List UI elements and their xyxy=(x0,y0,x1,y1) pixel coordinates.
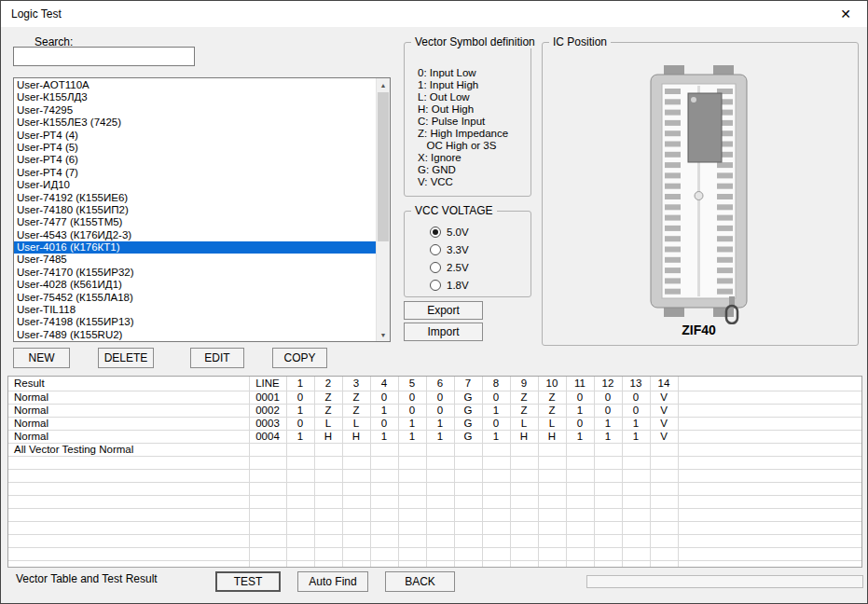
titlebar: Logic Test ✕ xyxy=(1,1,867,27)
column-header[interactable]: 5 xyxy=(398,377,426,391)
column-header[interactable]: 7 xyxy=(454,377,482,391)
table-row xyxy=(8,483,861,496)
ic-chip-graphic xyxy=(688,93,722,162)
logic-test-window: Logic Test ✕ Search: User-AOT110AUser-К1… xyxy=(0,0,868,604)
list-item[interactable]: User-ИД10 xyxy=(14,179,377,191)
export-button[interactable]: Export xyxy=(404,301,483,320)
column-header[interactable]: 2 xyxy=(314,377,342,391)
list-item[interactable]: User-75452 (К155ЛА18) xyxy=(14,292,377,304)
line-cell: 0003 xyxy=(249,418,286,431)
vcc-option-label: 2.5V xyxy=(447,262,469,273)
list-item[interactable]: User-РТ4 (6) xyxy=(14,154,377,166)
scroll-up-icon[interactable]: ▲ xyxy=(377,78,390,91)
list-item[interactable]: User-РТ4 (7) xyxy=(14,167,377,179)
copy-button[interactable]: COPY xyxy=(272,348,327,368)
list-item[interactable]: User-74295 xyxy=(14,104,377,117)
list-item[interactable]: User-РТ4 (5) xyxy=(14,142,377,154)
list-item[interactable]: User-TIL118 xyxy=(14,304,377,316)
line-cell xyxy=(249,444,286,457)
list-item[interactable]: User-К155ЛД3 xyxy=(14,91,377,103)
delete-button[interactable]: DELETE xyxy=(98,348,154,368)
scrollbar-thumb[interactable] xyxy=(378,92,389,241)
vector-symbol-line: Z: High Impedance xyxy=(418,128,530,140)
socket-center-hole xyxy=(695,192,703,200)
radio-icon xyxy=(430,280,441,291)
column-header[interactable]: 4 xyxy=(370,377,398,391)
ic-position-title: IC Position xyxy=(549,35,611,48)
radio-icon xyxy=(430,244,441,255)
list-item[interactable]: User-РТ4 (4) xyxy=(14,130,377,142)
scroll-down-icon[interactable]: ▼ xyxy=(377,328,390,341)
column-header[interactable]: 6 xyxy=(426,377,454,391)
vcc-voltage-groupbox: VCC VOLTAGE 5.0V3.3V2.5V1.8V xyxy=(404,211,531,297)
list-item[interactable]: User-4028 (К561ИД1) xyxy=(14,279,377,291)
table-row[interactable]: Normal00030LL011G0LL011V xyxy=(8,418,861,431)
column-header[interactable]: 14 xyxy=(650,377,678,391)
table-row[interactable]: All Vector Testing Normal xyxy=(8,444,861,457)
vector-symbol-lines: 0: Input Low1: Input HighL: Out LowH: Ou… xyxy=(405,43,530,188)
result-cell: Normal xyxy=(8,431,249,444)
table-row[interactable]: Normal00041HH111G1HH111V xyxy=(8,431,861,444)
vcc-option-33V[interactable]: 3.3V xyxy=(430,240,530,258)
column-header[interactable]: 9 xyxy=(510,377,538,391)
result-cell: Normal xyxy=(8,418,249,431)
table-row[interactable]: Normal00021ZZ100G1ZZ100V xyxy=(8,405,861,418)
list-item[interactable]: User-74170 (К155ИР32) xyxy=(14,267,377,279)
auto-find-button[interactable]: Auto Find xyxy=(297,571,368,592)
column-header[interactable]: Result xyxy=(8,377,249,391)
result-cell: All Vector Testing Normal xyxy=(8,444,249,457)
close-icon[interactable]: ✕ xyxy=(824,1,867,27)
column-header[interactable]: 10 xyxy=(538,377,566,391)
list-item[interactable]: User-74198 (К155ИР13) xyxy=(14,316,377,328)
column-header[interactable]: 3 xyxy=(342,377,370,391)
vcc-option-50V[interactable]: 5.0V xyxy=(430,223,530,240)
column-header[interactable]: 12 xyxy=(594,377,622,391)
vector-symbol-line: 1: Input High xyxy=(418,79,530,91)
ic-position-groupbox: IC Position ZIF40 xyxy=(542,42,859,346)
table-row xyxy=(8,457,861,470)
vector-table: ResultLINE1234567891011121314Normal00010… xyxy=(8,377,861,568)
vector-symbol-line: G: GND xyxy=(418,164,530,176)
column-header[interactable]: 11 xyxy=(566,377,594,391)
list-item[interactable]: User-7485 xyxy=(14,254,377,266)
list-item[interactable]: User-4016 (К176КТ1) xyxy=(14,241,377,254)
vcc-option-25V[interactable]: 2.5V xyxy=(430,258,530,276)
vector-symbol-line: OC High or 3S xyxy=(418,140,530,152)
back-button[interactable]: BACK xyxy=(385,571,455,592)
table-row xyxy=(8,561,861,569)
table-row xyxy=(8,470,861,483)
column-header[interactable]: 13 xyxy=(622,377,650,391)
vector-table-container: ResultLINE1234567891011121314Normal00010… xyxy=(7,376,862,568)
new-button[interactable]: NEW xyxy=(13,348,70,368)
vector-symbol-title: Vector Symbol definition xyxy=(411,35,539,48)
chip-listbox: User-AOT110AUser-К155ЛД3User-74295User-К… xyxy=(13,77,391,342)
vcc-option-label: 3.3V xyxy=(447,244,469,255)
progress-bar xyxy=(586,575,863,588)
vcc-voltage-title: VCC VOLTAGE xyxy=(411,204,497,217)
vcc-option-label: 1.8V xyxy=(447,280,469,291)
list-item[interactable]: User-К155ЛЕ3 (7425) xyxy=(14,117,377,129)
list-item[interactable]: User-74192 (К155ИЕ6) xyxy=(14,192,377,204)
edit-button[interactable]: EDIT xyxy=(190,348,244,368)
list-scrollbar[interactable]: ▲ ▼ xyxy=(376,78,390,341)
list-item[interactable]: User-AOT110A xyxy=(14,79,377,91)
zif-socket-graphic xyxy=(636,65,762,324)
column-header[interactable]: LINE xyxy=(249,377,286,391)
vcc-option-18V[interactable]: 1.8V xyxy=(430,276,530,294)
column-header[interactable]: 8 xyxy=(482,377,510,391)
list-item[interactable]: User-7477 (К155ТМ5) xyxy=(14,216,377,228)
table-row[interactable]: Normal00010ZZ000G0ZZ000V xyxy=(8,391,861,405)
vcc-option-label: 5.0V xyxy=(447,226,469,238)
vector-symbol-line: X: Ignore xyxy=(418,152,530,164)
radio-icon xyxy=(430,226,441,238)
import-button[interactable]: Import xyxy=(404,323,483,341)
vector-symbol-line: H: Out High xyxy=(418,103,530,116)
column-header[interactable]: 1 xyxy=(286,377,314,391)
list-item[interactable]: User-4543 (К176ИД2-3) xyxy=(14,229,377,241)
table-row xyxy=(8,522,861,535)
search-input[interactable] xyxy=(13,47,195,66)
list-item[interactable]: User-74180 (К155ИП2) xyxy=(14,204,377,216)
list-item[interactable]: User-7489 (К155RU2) xyxy=(14,329,377,341)
test-button[interactable]: TEST xyxy=(215,571,281,592)
window-title: Logic Test xyxy=(1,7,62,21)
